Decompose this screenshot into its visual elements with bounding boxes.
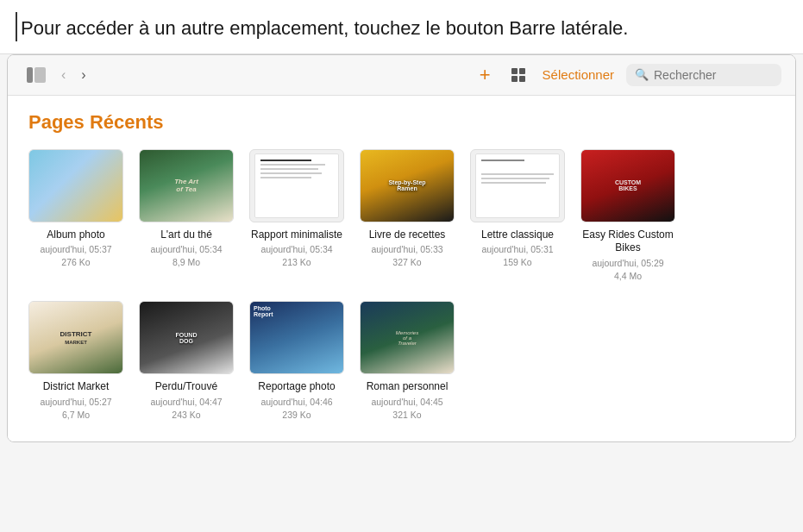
grid-view-button[interactable] [506,65,530,85]
document-name: Lettre classique [481,228,554,242]
document-name: Album photo [47,228,104,242]
document-item[interactable]: The Artof TeaL'art du théaujourd'hui, 05… [139,149,234,283]
forward-button[interactable]: › [76,64,91,86]
document-meta: aujourd'hui, 05:34213 Ko [260,243,332,268]
documents-window: ‹ › + Sélectionner 🔍 Pages Récents [7,54,796,443]
document-meta: aujourd'hui, 04:46239 Ko [260,396,332,421]
document-thumbnail: Memoriesof aTraveler [360,301,455,374]
plus-icon: + [480,64,491,86]
toolbar-left: ‹ › [22,64,473,86]
sidebar-icon [27,67,46,83]
document-item[interactable]: Step-by-StepRamenLivre de recettesaujour… [360,149,455,283]
back-button[interactable]: ‹ [56,64,71,86]
search-input[interactable] [654,68,773,82]
document-name: Perdu/Trouvé [155,380,217,394]
document-name: Reportage photo [258,380,335,394]
document-meta: aujourd'hui, 04:45321 Ko [371,396,442,421]
grid-icon [511,68,525,82]
document-name: District Market [43,380,110,394]
document-item[interactable]: Memoriesof aTravelerRoman personnelaujou… [360,301,455,421]
section-title: Pages Récents [28,111,775,134]
documents-grid: Album photoaujourd'hui, 05:37276 KoThe A… [28,149,775,422]
document-item[interactable]: Rapport minimalisteaujourd'hui, 05:34213… [249,149,344,283]
tooltip-text: Pour accéder à un autre emplacement, tou… [21,17,628,39]
forward-arrow-icon: › [81,67,85,83]
document-name: Rapport minimaliste [251,228,342,242]
content-area: Pages Récents Album photoaujourd'hui, 05… [8,96,795,442]
document-item[interactable]: CUSTOMBIKESEasy Rides Custom Bikesaujour… [580,149,675,283]
document-item[interactable]: Lettre classiqueaujourd'hui, 05:31159 Ko [470,149,565,283]
document-item[interactable]: PhotoReportReportage photoaujourd'hui, 0… [249,301,344,421]
toolbar-right: + Sélectionner 🔍 [476,64,781,86]
tooltip-callout: Pour accéder à un autre emplacement, tou… [0,0,803,54]
toolbar: ‹ › + Sélectionner 🔍 [8,55,795,96]
add-document-button[interactable]: + [476,64,494,86]
document-thumbnail: FOUNDDOG [139,301,234,374]
document-thumbnail: CUSTOMBIKES [580,149,675,222]
document-item[interactable]: Album photoaujourd'hui, 05:37276 Ko [28,149,123,283]
document-thumbnail [28,149,123,222]
document-meta: aujourd'hui, 05:348,9 Mo [150,243,222,268]
document-item[interactable]: FOUNDDOGPerdu/Trouvéaujourd'hui, 04:4724… [139,301,234,421]
document-thumbnail: PhotoReport [249,301,344,374]
document-name: L'art du thé [160,228,212,242]
document-meta: aujourd'hui, 05:33327 Ko [371,243,442,268]
document-thumbnail: Step-by-StepRamen [360,149,455,222]
document-meta: aujourd'hui, 05:37276 Ko [40,243,111,268]
sidebar-toggle-button[interactable] [22,64,51,86]
document-meta: aujourd'hui, 05:294,4 Mo [592,257,663,282]
document-name: Roman personnel [367,380,449,394]
document-thumbnail: The Artof Tea [139,149,234,222]
back-arrow-icon: ‹ [61,67,66,83]
select-button[interactable]: Sélectionner [543,67,614,82]
document-thumbnail: DISTRICTMARKET [28,301,123,374]
document-meta: aujourd'hui, 05:31159 Ko [481,243,553,268]
document-meta: aujourd'hui, 04:47243 Ko [150,396,222,421]
document-thumbnail [470,149,565,222]
document-meta: aujourd'hui, 05:276,7 Mo [40,396,111,421]
document-name: Livre de recettes [369,228,446,242]
document-name: Easy Rides Custom Bikes [580,228,675,255]
search-icon: 🔍 [635,68,649,81]
search-bar: 🔍 [626,64,781,86]
document-thumbnail [249,149,344,222]
document-item[interactable]: DISTRICTMARKETDistrict Marketaujourd'hui… [28,301,123,421]
